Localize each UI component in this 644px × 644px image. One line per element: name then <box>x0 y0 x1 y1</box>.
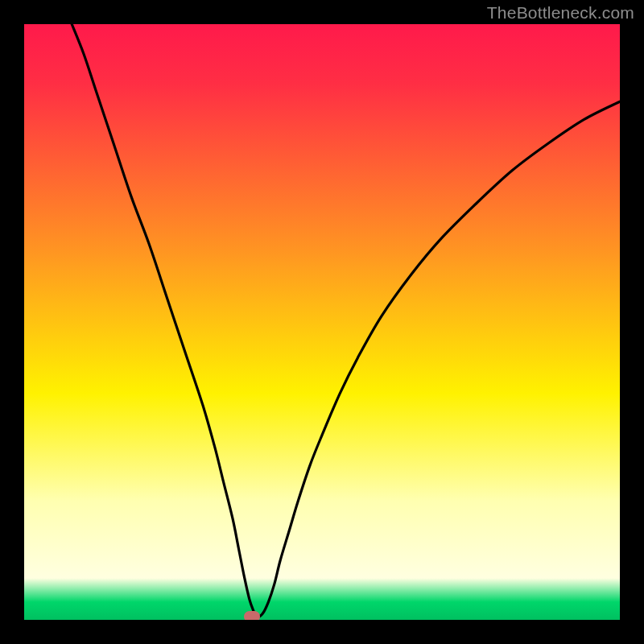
curve-layer <box>24 24 620 620</box>
optimal-point-marker <box>244 611 260 620</box>
bottleneck-curve <box>72 24 620 617</box>
watermark-label: TheBottleneck.com <box>487 3 634 23</box>
plot-area <box>24 24 620 620</box>
stage: TheBottleneck.com <box>0 0 644 644</box>
